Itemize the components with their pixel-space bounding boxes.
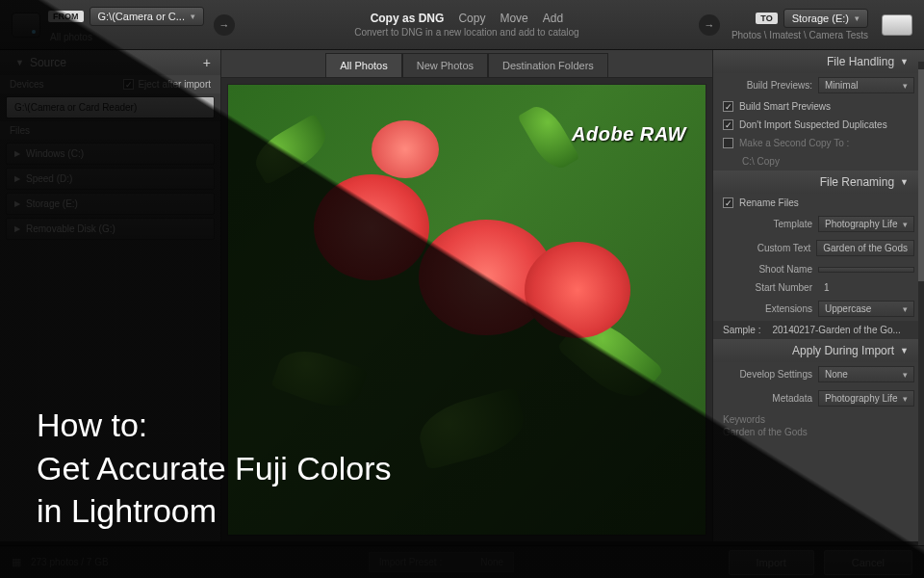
triangle-right-icon: ▶ (14, 199, 20, 208)
volume-row[interactable]: ▶Windows (C:) (6, 143, 215, 165)
volume-row[interactable]: ▶Storage (E:) (6, 193, 215, 215)
import-preset-dropdown[interactable]: Import Preset : None (369, 552, 514, 572)
metadata-dropdown[interactable]: Photography Life▾ (818, 390, 914, 407)
right-scrollbar[interactable] (918, 62, 924, 545)
triangle-down-icon: ▼ (900, 57, 909, 66)
apply-during-title: Apply During Import (792, 344, 894, 357)
promo-line-2: Get Accurate Fuji Colors (37, 447, 391, 489)
keywords-value[interactable]: Garden of the Gods (723, 427, 808, 437)
import-button[interactable]: Import (729, 550, 814, 575)
develop-settings-value: None (825, 369, 848, 380)
devices-subhead: Devices ✓ Eject after import (0, 75, 220, 93)
source-panel-header[interactable]: ▼ Source + (0, 50, 220, 75)
chevron-down-icon: ▾ (903, 220, 908, 229)
tab-destination-folders[interactable]: Destination Folders (488, 53, 608, 77)
smart-previews-label: Build Smart Previews (739, 101, 831, 112)
build-previews-dropdown[interactable]: Minimal▾ (818, 77, 914, 93)
from-drive-dropdown[interactable]: G:\(Camera or C... ▾ (90, 7, 204, 26)
arrow-right-icon[interactable]: → (214, 14, 235, 36)
extensions-dropdown[interactable]: Uppercase▾ (818, 301, 914, 317)
apply-during-header[interactable]: Apply During Import ▼ (713, 339, 924, 362)
chevron-down-icon: ▾ (191, 12, 195, 21)
bottom-bar: ▦ 273 photos / 7 GB Import Preset : None… (0, 545, 924, 578)
tab-new-photos[interactable]: New Photos (402, 53, 488, 77)
rename-files-label: Rename Files (739, 197, 799, 208)
custom-text-input[interactable]: Garden of the Gods (816, 240, 914, 256)
metadata-label: Metadata (723, 393, 812, 404)
sample-value: 20140217-Garden of the Go... (772, 325, 900, 335)
metadata-value: Photography Life (825, 393, 898, 404)
second-copy-checkbox[interactable] (723, 138, 733, 148)
right-panel: File Handling ▼ Build Previews: Minimal▾… (712, 50, 924, 541)
volume-label: Speed (D:) (26, 173, 72, 184)
photo-count: 273 photos / 7 GB (31, 557, 109, 567)
from-badge: FROM (48, 11, 84, 22)
shoot-name-label: Shoot Name (723, 264, 812, 275)
triangle-down-icon: ▼ (15, 58, 24, 67)
volume-label: Storage (E:) (26, 198, 78, 209)
files-label: Files (10, 125, 30, 136)
rename-files-checkbox[interactable]: ✓ (723, 197, 733, 208)
volume-label: Removable Disk (G:) (26, 223, 116, 234)
start-number-value: 1 (818, 282, 914, 293)
action-copy-dng[interactable]: Copy as DNG (365, 12, 450, 25)
to-drive-label: Storage (E:) (792, 13, 849, 24)
source-drive-icon (12, 13, 40, 38)
scrollbar-thumb[interactable] (918, 69, 924, 281)
file-renaming-header[interactable]: File Renaming ▼ (713, 171, 924, 194)
suspect-dupes-label: Don't Import Suspected Duplicates (739, 119, 887, 130)
keywords-label: Keywords (723, 414, 765, 425)
device-label: G:\(Camera or Card Reader) (14, 102, 137, 113)
to-badge: TO (756, 13, 777, 24)
smart-previews-checkbox[interactable]: ✓ (723, 101, 733, 112)
to-drive-dropdown[interactable]: Storage (E:) ▾ (783, 9, 868, 28)
import-preset-value: None (480, 557, 503, 567)
promo-title: How to: Get Accurate Fuji Colors in Ligh… (37, 404, 391, 532)
shoot-name-input[interactable] (818, 267, 914, 273)
custom-text-label: Custom Text (723, 243, 810, 253)
chevron-down-icon: ▾ (855, 13, 860, 23)
cancel-button[interactable]: Cancel (824, 550, 912, 575)
import-preset-label: Import Preset : (379, 557, 443, 567)
template-dropdown[interactable]: Photography Life▾ (818, 216, 914, 232)
import-action-group: Copy as DNG Copy Move Add Convert to DNG… (244, 12, 689, 38)
tab-all-photos[interactable]: All Photos (325, 53, 402, 77)
files-subhead: Files (0, 121, 220, 140)
develop-settings-dropdown[interactable]: None▾ (818, 366, 914, 382)
file-handling-header[interactable]: File Handling ▼ (713, 50, 924, 73)
develop-settings-label: Develop Settings (723, 369, 812, 380)
volume-row[interactable]: ▶Removable Disk (G:) (6, 218, 215, 240)
from-sublabel: All photos (48, 32, 92, 42)
source-title: Source (30, 56, 66, 69)
file-handling-title: File Handling (827, 55, 894, 68)
action-move[interactable]: Move (494, 12, 533, 25)
action-add[interactable]: Add (537, 12, 569, 25)
suspect-dupes-checkbox[interactable]: ✓ (723, 119, 733, 130)
extensions-label: Extensions (723, 303, 812, 314)
sample-label: Sample : (723, 325, 760, 335)
file-renaming-title: File Renaming (820, 175, 894, 189)
device-row[interactable]: G:\(Camera or Card Reader) (6, 96, 215, 118)
triangle-right-icon: ▶ (14, 174, 20, 183)
action-copy[interactable]: Copy (452, 12, 491, 25)
chevron-down-icon: ▾ (903, 304, 908, 314)
volume-row[interactable]: ▶Speed (D:) (6, 168, 215, 190)
start-number-label: Start Number (723, 282, 812, 293)
preview-tabs: All Photos New Photos Destination Folder… (221, 50, 712, 78)
arrow-right-icon[interactable]: → (699, 14, 720, 36)
volume-label: Windows (C:) (26, 148, 84, 159)
eject-checkbox[interactable]: ✓ (123, 79, 134, 90)
dest-drive-icon (882, 14, 912, 36)
build-previews-value: Minimal (825, 80, 858, 91)
add-source-icon[interactable]: + (203, 55, 211, 70)
second-copy-label: Make a Second Copy To : (739, 138, 849, 148)
triangle-down-icon: ▼ (900, 177, 909, 187)
promo-line-1: How to: (37, 404, 391, 446)
chevron-down-icon: ▾ (903, 81, 908, 91)
eject-label: Eject after import (138, 79, 211, 90)
template-label: Template (723, 219, 812, 229)
extensions-value: Uppercase (825, 303, 871, 314)
to-sublabel: Photos \ Imatest \ Camera Tests (730, 30, 868, 40)
grid-toggle-icon[interactable]: ▦ (12, 556, 21, 568)
preview-watermark: Adobe RAW (572, 123, 686, 145)
